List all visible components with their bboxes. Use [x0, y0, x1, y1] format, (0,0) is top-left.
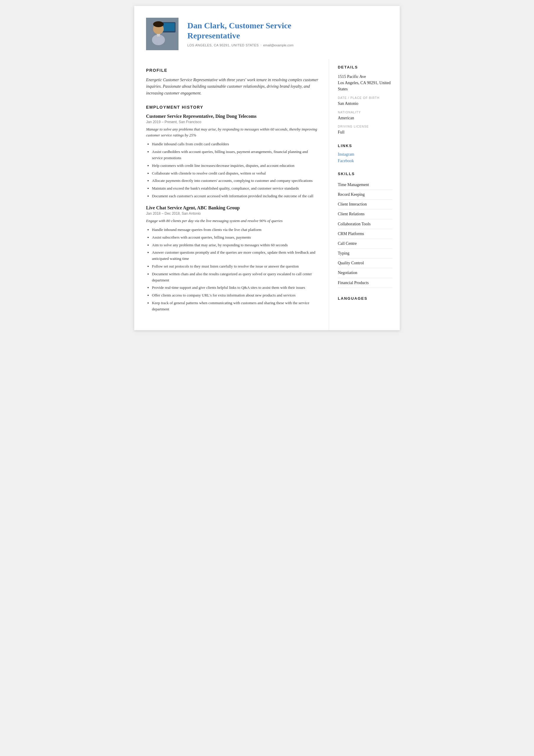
svg-point-5: [152, 35, 165, 45]
bullet: Aim to solve any problems that may arise…: [152, 242, 318, 248]
avatar-image: [146, 18, 178, 50]
driving-value: Full: [338, 129, 393, 135]
link-facebook[interactable]: Facebook: [338, 159, 393, 163]
skill-8: Typing: [338, 249, 393, 258]
dob-label: DATE / PLACE OF BIRTH: [338, 96, 393, 99]
job-entry-2: Live Chat Service Agent, ABC Banking Gro…: [146, 205, 318, 312]
job-title-2: Live Chat Service Agent, ABC Banking Gro…: [146, 205, 318, 210]
detail-street: 1515 Pacific Ave: [338, 73, 393, 80]
skills-heading: SKILLS: [338, 172, 393, 176]
svg-rect-2: [163, 23, 175, 31]
job-meta-1: Jan 2019 – Present, San Francisco: [146, 120, 318, 124]
main-content: PROFILE Energetic Customer Service Repre…: [134, 59, 400, 330]
bullet: Document each customer's account accesse…: [152, 193, 318, 199]
detail-city: Los Angeles, CA 90291, United States: [338, 80, 393, 92]
job-bullets-2: Handle inbound message queries from clie…: [146, 227, 318, 312]
left-column: PROFILE Energetic Customer Service Repre…: [134, 59, 329, 330]
bullet: Handle inbound calls from credit card ca…: [152, 141, 318, 148]
header-separator: ·: [261, 43, 261, 47]
svg-point-4: [153, 21, 164, 27]
bullet: Document written chats and also the resu…: [152, 271, 318, 284]
languages-heading: LANGUAGES: [338, 296, 393, 301]
skill-5: Collaboration Tools: [338, 219, 393, 229]
skill-3: Client Interaction: [338, 200, 393, 209]
bullet: Maintain and exceed the bank's establish…: [152, 185, 318, 192]
bullet: Assist cardholders with account queries,…: [152, 149, 318, 161]
skill-9: Quality Control: [338, 258, 393, 268]
header-email: email@example.com: [263, 43, 293, 47]
header-info: Dan Clark, Customer Service Representati…: [187, 21, 388, 47]
bullet: Allocate payments directly into customer…: [152, 178, 318, 184]
details-heading: DETAILS: [338, 65, 393, 69]
job-title-1: Customer Service Representative, Ding Do…: [146, 114, 318, 119]
header-section: Dan Clark, Customer Service Representati…: [134, 6, 400, 59]
bullet: Provide real-time support and give clien…: [152, 285, 318, 291]
driving-label: DRIVING LICENSE: [338, 125, 393, 128]
skill-4: Client Relations: [338, 209, 393, 219]
skill-11: Financial Products: [338, 278, 393, 288]
bullet: Assist subscribers with account queries,…: [152, 234, 318, 241]
profile-heading: PROFILE: [146, 68, 318, 73]
bullet: Collaborate with clientele to resolve cr…: [152, 170, 318, 176]
job-entry-1: Customer Service Representative, Ding Do…: [146, 114, 318, 199]
job-summary-1: Manage to solve any problems that may ar…: [146, 126, 318, 138]
bullet: Answer customer questions promptly and i…: [152, 250, 318, 262]
bullet: Help customers with credit line increase…: [152, 163, 318, 169]
job-bullets-1: Handle inbound calls from credit card ca…: [146, 141, 318, 199]
link-instagram[interactable]: Instagram: [338, 152, 393, 157]
skill-10: Negotiation: [338, 268, 393, 278]
profile-text: Energetic Customer Service Representativ…: [146, 77, 318, 96]
resume-document: Dan Clark, Customer Service Representati…: [134, 6, 400, 330]
bullet: Follow set out protocols to they must li…: [152, 263, 318, 270]
avatar: [146, 18, 178, 50]
candidate-name: Dan Clark, Customer Service Representati…: [187, 21, 388, 40]
bullet: Offer clients access to company URL's fo…: [152, 292, 318, 299]
skill-2: Record Keeping: [338, 190, 393, 200]
employment-heading: EMPLOYMENT HISTORY: [146, 105, 318, 110]
nationality-label: NATIONALITY: [338, 111, 393, 114]
nationality-value: American: [338, 115, 393, 121]
skill-1: Time Management: [338, 180, 393, 190]
job-summary-2: Engage with 80 clients per day via the l…: [146, 218, 318, 224]
job-meta-2: Jan 2018 – Dec 2018, San Antonio: [146, 211, 318, 216]
bullet: Keep track of general patterns when comm…: [152, 300, 318, 312]
skill-7: Call Centre: [338, 239, 393, 249]
skill-6: CRM Platforms: [338, 229, 393, 239]
links-heading: LINKS: [338, 144, 393, 148]
header-address: LOS ANGELES, CA 90291, UNITED STATES: [187, 43, 259, 47]
dob-value: San Antonio: [338, 101, 393, 107]
bullet: Handle inbound message queries from clie…: [152, 227, 318, 233]
right-column: DETAILS 1515 Pacific Ave Los Angeles, CA…: [329, 59, 400, 330]
